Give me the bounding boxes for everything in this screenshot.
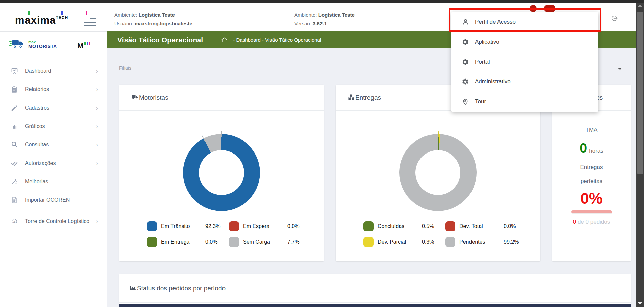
logo-text-motorista: MOTORISTA	[28, 44, 57, 49]
card-title: Motoristas	[139, 94, 168, 101]
legend-swatch	[147, 237, 157, 247]
legend-swatch	[445, 237, 455, 247]
environment-user-info: Ambiente: Logística Teste Usuário: maxst…	[114, 11, 192, 28]
brand-sub: TECH	[56, 15, 68, 20]
tma-unit: horas	[589, 148, 603, 155]
legend-value: 7.7%	[287, 239, 307, 245]
legend-label: Sem Carga	[243, 239, 283, 245]
double-check-icon	[10, 159, 19, 167]
motoristas-card-header: Motoristas	[119, 85, 324, 111]
motoristas-card: Motoristas Em Trânsito 92.3% Em Espera 0…	[119, 85, 324, 261]
filiais-label: Filiais	[119, 65, 131, 71]
sidebar-item-dashboard[interactable]: Dashboard	[0, 62, 107, 80]
entregas-legend: Concluídas 0.5% Dev. Total 0.0% Dev. Par…	[363, 221, 512, 247]
brand-tick-pink	[86, 11, 87, 15]
legend-value: 92.3%	[205, 223, 225, 229]
legend-value: 0.3%	[422, 239, 441, 245]
sidebar: max MOTORISTA M Dashboard Relatórios Cad…	[0, 31, 107, 307]
sidebar-item-autorizacoes[interactable]: Autorizações	[0, 154, 107, 172]
page-scrollbar[interactable]	[636, 0, 644, 307]
chevron-right-icon	[96, 123, 98, 130]
legend-label: Pendentes	[459, 239, 500, 245]
truck-logo-icon	[9, 39, 26, 49]
sidebar-item-melhorias[interactable]: Melhorias	[0, 172, 107, 191]
logout-icon[interactable]	[610, 14, 619, 23]
sidebar-item-importar-ocoren[interactable]: Importar OCOREN	[0, 191, 107, 209]
entregas-label: Entregas	[580, 164, 603, 171]
pin-icon	[461, 98, 469, 105]
motoristas-legend: Em Trânsito 92.3% Em Espera 0.0% Em Entr…	[147, 221, 296, 247]
sidebar-item-graficos[interactable]: Gráficos	[0, 117, 107, 135]
home-icon	[221, 37, 228, 43]
legend-label: Dev. Total	[459, 223, 500, 229]
legend-label: Em Espera	[243, 223, 283, 229]
scroll-up-arrow-icon[interactable]	[638, 5, 642, 7]
scrollbar-thumb[interactable]	[637, 12, 643, 174]
chevron-right-icon	[96, 86, 98, 93]
legend-swatch	[147, 221, 157, 231]
antenna-icon: A	[10, 217, 19, 225]
status-pedidos-card-header: Status dos pedidos por período	[119, 274, 631, 303]
settings-dropdown-menu: Perfil de Acesso Aplicativo Portal Admin…	[451, 12, 598, 112]
sidebar-item-cadastros[interactable]: Cadastros	[0, 99, 107, 117]
menu-item-perfil-de-acesso[interactable]: Perfil de Acesso	[451, 12, 598, 32]
legend-value: 0.0%	[504, 223, 523, 229]
truck-icon	[131, 94, 138, 102]
maxima-tech-logo: maximaTECH	[15, 11, 92, 29]
menu-item-administrativo[interactable]: Administrativo	[451, 72, 598, 91]
sidebar-item-consultas[interactable]: Consultas	[0, 135, 107, 154]
sidebar-item-torre-de-controle[interactable]: A Torre de Controle Logístico	[0, 209, 107, 233]
dashboard-icon	[10, 67, 19, 75]
legend-value: 0.0%	[287, 223, 307, 229]
motoristas-donut-chart	[183, 134, 260, 211]
chevron-down-icon	[618, 68, 622, 70]
indicadores-body: TMA 0 horas Entregas perfeitas 0% 0 de 0…	[552, 111, 631, 225]
card-title: Status dos pedidos por período	[137, 285, 226, 292]
sidebar-item-relatorios[interactable]: Relatórios	[0, 80, 107, 99]
legend-value: 99.2%	[504, 239, 523, 245]
chart-header-bar	[119, 304, 631, 307]
perfeitas-label: perfeitas	[581, 178, 602, 185]
pencil-icon	[10, 104, 19, 112]
legend-label: Em Entrega	[161, 239, 201, 245]
sidebar-toggle-button[interactable]	[84, 18, 96, 27]
breadcrumb: - Dashboard - Visão Tático Operacional	[233, 37, 321, 43]
boxes-icon	[348, 94, 355, 102]
donut-tick	[221, 131, 222, 137]
status-pedidos-card: Status dos pedidos por período	[119, 274, 631, 307]
legend-label: Dev. Parcial	[378, 239, 418, 245]
tma-label: TMA	[586, 127, 598, 133]
divider	[212, 34, 212, 46]
area-chart-icon	[129, 284, 136, 293]
menu-item-portal[interactable]: Portal	[451, 52, 598, 72]
legend-label: Em Trânsito	[161, 223, 201, 229]
document-icon	[10, 196, 19, 204]
gear-icon	[461, 38, 469, 46]
legend-swatch	[363, 221, 374, 231]
environment-version-info: Ambiente: Logística Teste Versão: 3.62.1	[294, 11, 355, 28]
legend-value: 0.5%	[422, 223, 441, 229]
top-black-strip	[0, 0, 644, 3]
brand-name: maximaTECH	[15, 14, 68, 26]
page-title: Visão Tático Operacional	[117, 36, 203, 44]
bar-chart-icon	[10, 123, 19, 130]
search-icon	[10, 141, 19, 148]
person-icon	[461, 18, 469, 26]
max-motorista-logo: max MOTORISTA	[9, 39, 57, 49]
magic-wand-icon	[10, 178, 19, 185]
notification-badge-icon	[544, 5, 555, 12]
entregas-donut-chart	[399, 134, 477, 211]
clipboard-icon	[10, 86, 19, 93]
notification-badge-icon	[530, 5, 537, 12]
chevron-right-icon	[96, 104, 98, 112]
chevron-right-icon	[96, 67, 98, 75]
orders-count: 0 de 0 pedidos	[573, 219, 610, 225]
chevron-right-icon	[96, 141, 98, 148]
legend-swatch	[229, 237, 239, 247]
progress-bar	[571, 210, 612, 213]
legend-value: 0.0%	[205, 239, 225, 245]
mini-m-logo: M	[77, 42, 90, 50]
menu-item-aplicativo[interactable]: Aplicativo	[451, 32, 598, 52]
menu-item-tour[interactable]: Tour	[451, 92, 598, 112]
scroll-down-arrow-icon[interactable]	[638, 302, 642, 304]
